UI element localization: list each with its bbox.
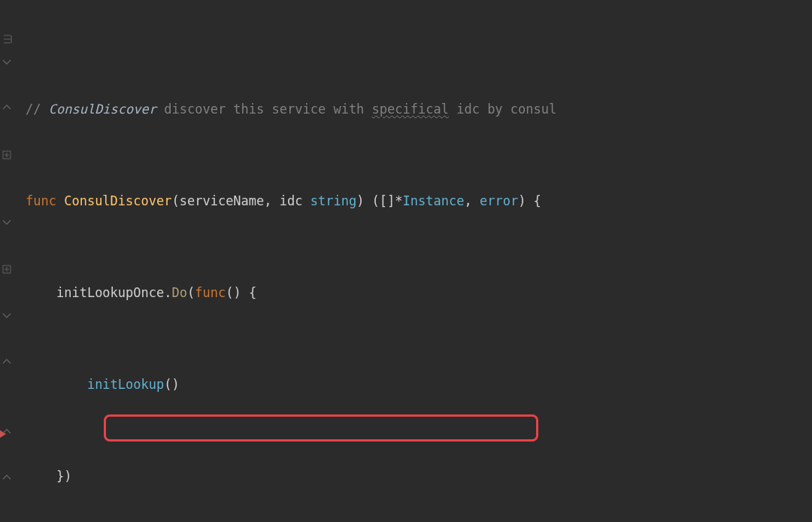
fold-close-icon[interactable] [2, 472, 13, 483]
code-line: initLookupOnce.Do(func() { [26, 281, 812, 305]
fold-collapsed-icon[interactable] [2, 150, 13, 161]
fold-collapsed-icon[interactable] [2, 265, 13, 275]
fold-open-icon[interactable] [2, 58, 13, 68]
highlight-rectangle [104, 414, 538, 442]
fold-close-icon[interactable] [2, 426, 13, 437]
fold-open-icon[interactable] [2, 218, 13, 229]
fold-open-icon[interactable] [2, 311, 13, 322]
code-content[interactable]: // ConsulDiscover discover this service … [18, 0, 812, 522]
fold-indicator-icon[interactable] [2, 34, 13, 44]
code-line: }) [26, 465, 812, 488]
code-line: initLookup() [26, 373, 812, 396]
code-line: func ConsulDiscover(serviceName, idc str… [26, 190, 812, 213]
code-line: // ConsulDiscover discover this service … [26, 98, 812, 121]
fold-close-icon[interactable] [2, 357, 13, 367]
gutter [0, 0, 18, 522]
code-editor[interactable]: // ConsulDiscover discover this service … [0, 0, 812, 522]
fold-close-icon[interactable] [2, 102, 13, 113]
